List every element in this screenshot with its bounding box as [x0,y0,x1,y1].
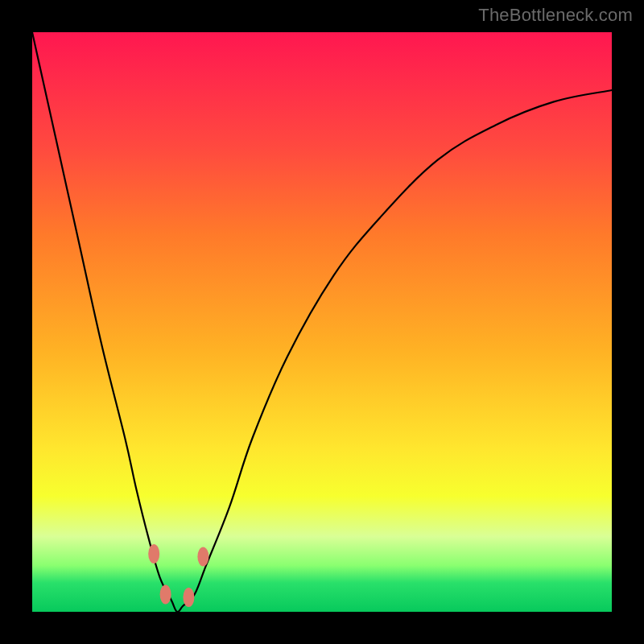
marker-lozenge [160,584,171,604]
watermark-text: TheBottleneck.com [478,5,633,26]
marker-lozenge [197,547,208,567]
bottleneck-curve [32,32,612,612]
marker-group [148,544,208,607]
outer-frame: TheBottleneck.com [0,0,644,644]
plot-area [32,32,612,612]
curve-svg [32,32,612,612]
marker-lozenge [183,588,194,607]
marker-lozenge [148,544,159,564]
